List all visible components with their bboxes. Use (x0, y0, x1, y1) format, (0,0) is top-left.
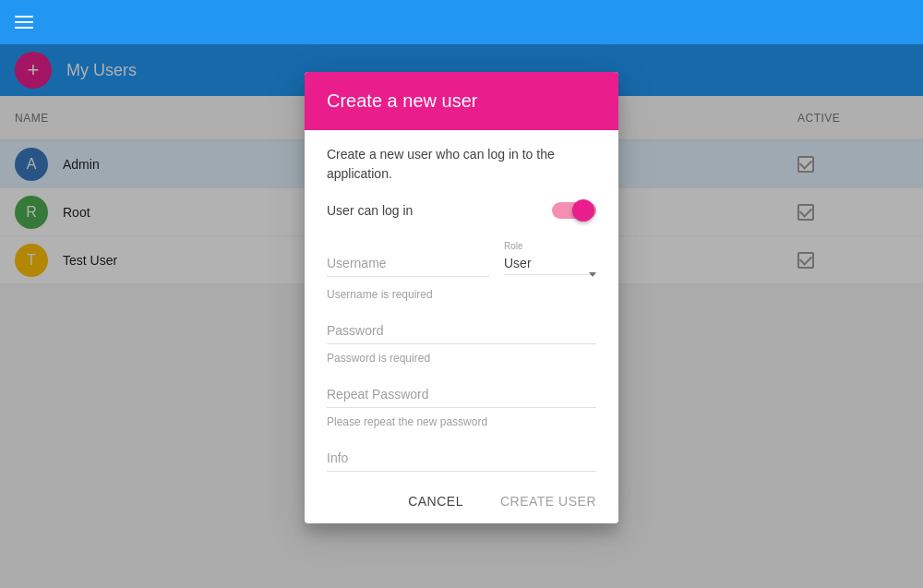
repeat-password-error: Please repeat the new password (327, 415, 596, 428)
username-role-row: Username Role User Admin Root (327, 241, 596, 284)
info-input[interactable] (327, 436, 596, 472)
repeat-password-input[interactable] (327, 372, 596, 408)
create-user-button[interactable]: CREATE USER (485, 486, 611, 516)
username-error: Username is required (327, 288, 596, 301)
role-label: Role (504, 241, 523, 251)
dialog-header: Create a new user (305, 72, 618, 130)
repeat-password-field: Repeat Password (327, 372, 596, 408)
dialog-description: Create a new user who can log in to the … (327, 145, 596, 184)
role-field: Role User Admin Root (504, 241, 596, 284)
overlay-backdrop: Create a new user Create a new user who … (0, 44, 923, 588)
create-user-dialog: Create a new user Create a new user who … (305, 72, 618, 523)
username-field-wrap: Username (327, 241, 489, 277)
password-field: Password (327, 308, 596, 344)
password-input[interactable] (327, 308, 596, 344)
dialog-actions: CANCEL CREATE USER (305, 479, 618, 523)
app-bar (0, 0, 923, 44)
toggle-thumb (572, 199, 594, 222)
cancel-button[interactable]: CANCEL (393, 486, 478, 516)
main-content: + My Users Name Active A Admin R Root (0, 44, 923, 588)
menu-icon[interactable] (15, 16, 33, 29)
username-input[interactable] (327, 241, 489, 277)
user-can-login-toggle[interactable] (552, 198, 596, 222)
password-error: Password is required (327, 352, 596, 365)
info-field: Info (327, 436, 596, 472)
toggle-row: User can log in (327, 198, 596, 222)
dialog-body: Create a new user who can log in to the … (305, 130, 618, 472)
dialog-title: Create a new user (327, 90, 596, 112)
toggle-label: User can log in (327, 203, 552, 218)
